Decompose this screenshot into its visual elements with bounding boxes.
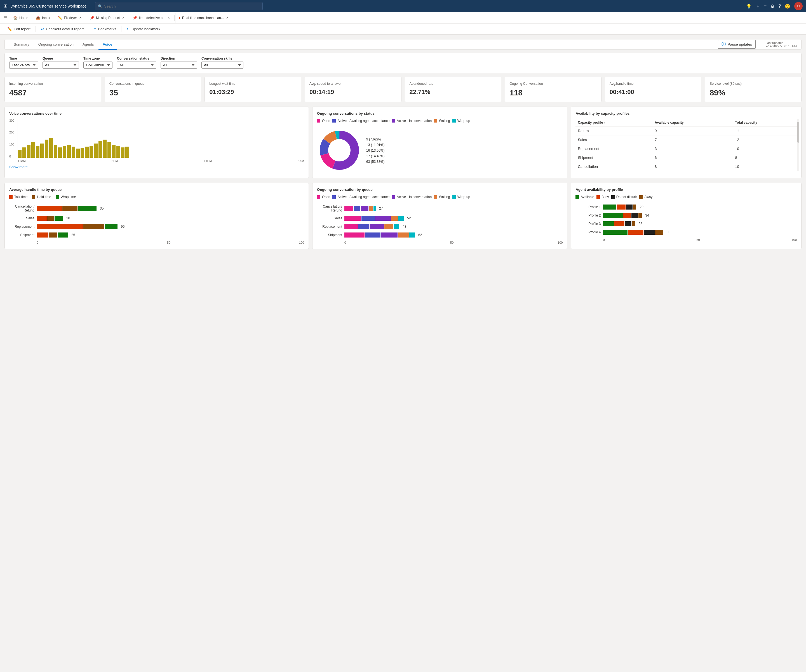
user-avatar[interactable]: U	[794, 2, 803, 10]
handle-row-shipment: Shipment 25	[9, 233, 304, 238]
add-icon[interactable]: ＋	[756, 3, 760, 9]
waiting-bar-c	[369, 206, 373, 211]
lightbulb-icon[interactable]: 💡	[746, 3, 752, 9]
inbox-icon: 📥	[36, 16, 40, 20]
bar-segment	[112, 145, 116, 158]
x-11pm: 11PM	[204, 159, 212, 163]
handle-row-replacement: Replacement 95	[9, 224, 304, 229]
conv-skills-select[interactable]: All	[202, 61, 243, 69]
queue-bars-shipment	[344, 233, 415, 238]
donut-label-open: 17 (14.40%)	[366, 154, 385, 158]
away-label: Away	[644, 195, 652, 199]
agent-val-p2: 34	[645, 213, 649, 217]
queue-row-shipment: Shipment 62	[317, 233, 563, 238]
legend-waiting-q: Waiting	[434, 195, 450, 199]
tab-agents[interactable]: Agents	[78, 40, 98, 50]
search-bar[interactable]: 🔍	[95, 2, 263, 10]
edit-report-button[interactable]: ✏️ Edit report	[5, 25, 33, 33]
hamburger-icon[interactable]: ☰	[1, 13, 10, 23]
update-bookmark-button[interactable]: ↻ Update bookmark	[124, 25, 163, 33]
queue-filter-select[interactable]: All	[43, 61, 79, 69]
close-icon-2[interactable]: ✕	[121, 15, 125, 20]
wrapup-q-label: Wrap-up	[458, 195, 470, 199]
table-row: Return 9 11	[575, 126, 797, 135]
ongoing-status-legend: Open Active - Awaiting agent acceptance …	[317, 119, 563, 124]
tab-realtime-omnichannel[interactable]: ● Real time omnichannel an... ✕	[175, 13, 232, 23]
agent-x-50: 50	[696, 238, 700, 241]
kpi-handle-value: 00:41:00	[609, 88, 697, 96]
avail-replacement: 3	[652, 144, 733, 153]
direction-filter: Direction All	[160, 56, 197, 69]
queue-filter-label: Queue	[43, 56, 79, 60]
smiley-icon[interactable]: 🙂	[785, 3, 790, 9]
filter-icon[interactable]: ≡	[764, 3, 766, 9]
wrap-bar-cancellation	[78, 206, 96, 211]
open-bar-c	[344, 206, 353, 211]
close-icon[interactable]: ✕	[79, 15, 82, 20]
kpi-ongoing-conversation: Ongoing Conversation 118	[505, 77, 601, 102]
open-bar-s	[344, 216, 361, 221]
legend-available: Available	[575, 195, 594, 199]
timezone-filter-select[interactable]: GMT-08:00	[83, 61, 112, 69]
kpi-abandoned-label: Abandoned rate	[410, 81, 497, 86]
busy-label: Busy	[601, 195, 609, 199]
checkout-report-button[interactable]: ↩ Checkout default report	[38, 25, 86, 33]
tab-missing-product[interactable]: 📌 Missing Product ✕	[87, 13, 128, 23]
table-row: Sales 7 12	[575, 135, 797, 144]
inconv-bar-sh	[381, 233, 398, 238]
pin-icon-2: 📌	[133, 16, 137, 20]
total-return: 11	[733, 126, 797, 135]
queue-label-shipment: Shipment	[317, 233, 342, 237]
bar-segment	[81, 148, 84, 158]
report-tabs: Summary Ongoing conversation Agents Voic…	[9, 40, 718, 49]
tab-voice[interactable]: Voice	[99, 40, 117, 50]
tab-ongoing-conversation[interactable]: Ongoing conversation	[34, 40, 78, 50]
col-available-capacity: Available capacity	[652, 119, 733, 126]
settings-icon[interactable]: ⚙	[770, 3, 775, 9]
close-icon-4[interactable]: ✕	[226, 15, 229, 20]
queue-filter: Queue All	[43, 56, 79, 69]
bookmarks-button[interactable]: ≡ Bookmarks	[91, 25, 119, 33]
bar-segment	[27, 145, 30, 158]
show-more-link[interactable]: Show more	[9, 165, 28, 169]
scrollbar-thumb[interactable]	[797, 122, 799, 143]
time-filter-select[interactable]: Last 24 hrs	[9, 61, 38, 69]
ongoing-by-queue-card: Ongoing conversation by queue Open Activ…	[312, 183, 567, 249]
filters-panel: Time Last 24 hrs Queue All Time zone GMT…	[5, 53, 801, 73]
tab-item-defective[interactable]: 📌 Item defective o... ✕	[129, 13, 174, 23]
timezone-filter: Time zone GMT-08:00	[83, 56, 112, 69]
app-name: Dynamics 365	[10, 4, 35, 8]
sort-icon[interactable]: ↑	[604, 121, 605, 124]
handle-bars-replacement	[36, 224, 117, 229]
direction-select[interactable]: All	[160, 61, 197, 69]
open-bar-r	[344, 224, 358, 229]
help-icon[interactable]: ?	[778, 3, 781, 9]
search-input[interactable]	[104, 4, 259, 8]
dnd-p2	[631, 213, 638, 218]
tab-inbox[interactable]: 📥 Inbox	[33, 13, 53, 23]
active-in-conv-label: Active - In conversation	[397, 119, 432, 123]
table-row: Replacement 3 10	[575, 144, 797, 153]
pause-updates-button[interactable]: ⓘ Pause updates	[718, 40, 756, 49]
agent-x-axis: 0 50 100	[575, 238, 797, 241]
tab-inbox-label: Inbox	[42, 16, 50, 20]
busy-p1	[617, 205, 626, 210]
waffle-menu-icon[interactable]: ⊞	[3, 3, 8, 9]
tab-summary[interactable]: Summary	[9, 40, 34, 50]
tab-fix-dryer[interactable]: ✏️ Fix dryer ✕	[55, 13, 85, 23]
handle-row-cancellation: Cancellation/Refund 35	[9, 205, 304, 212]
waiting-q-color	[434, 195, 437, 199]
hold-bar-shipment	[49, 233, 57, 238]
profile-return: Return	[575, 126, 652, 135]
tab-home[interactable]: 🏠 Home	[10, 13, 31, 23]
conv-status-select[interactable]: All	[117, 61, 156, 69]
wrap-bar-sales	[55, 216, 63, 221]
kpi-service-level: Service level (30 sec) 89%	[705, 77, 801, 102]
table-row: Shipment 6 8	[575, 153, 797, 162]
bar-segment	[103, 140, 107, 158]
checkout-icon: ↩	[41, 27, 44, 31]
queue-row-sales: Sales 52	[317, 216, 563, 221]
kpi-incoming-label: Incoming conversation	[9, 81, 96, 86]
close-icon-3[interactable]: ✕	[167, 15, 171, 20]
avg-handle-time-card: Average handle time by queue Talk time H…	[5, 183, 309, 249]
